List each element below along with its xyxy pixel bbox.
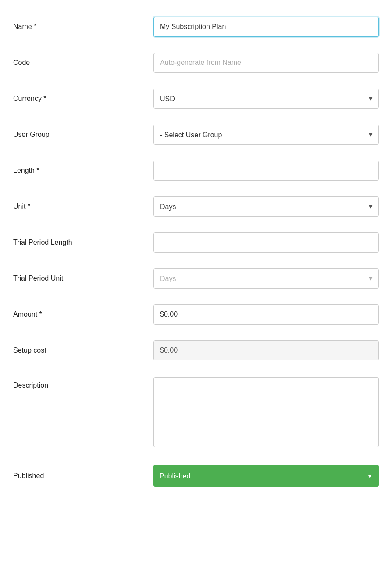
trial-period-unit-select-wrap: Days Weeks Months Years ▼: [153, 268, 379, 289]
user-group-row: User Group - Select User Group ▼: [13, 117, 379, 153]
trial-period-length-label: Trial Period Length: [13, 239, 153, 246]
published-select[interactable]: Published Unpublished: [153, 465, 379, 487]
unit-row: Unit * Days Weeks Months Years ▼: [13, 189, 379, 225]
unit-label: Unit *: [13, 203, 153, 211]
length-input[interactable]: [153, 161, 379, 181]
description-label: Description: [13, 377, 153, 389]
length-control-wrap: [153, 161, 379, 181]
amount-input[interactable]: [153, 304, 379, 325]
code-input[interactable]: [153, 53, 379, 73]
trial-period-length-input[interactable]: [153, 232, 379, 253]
setup-cost-label: Setup cost: [13, 346, 153, 354]
user-group-label: User Group: [13, 131, 153, 139]
trial-period-unit-row: Trial Period Unit Days Weeks Months Year…: [13, 261, 379, 296]
length-row: Length *: [13, 153, 379, 189]
currency-select[interactable]: USD EUR GBP: [153, 89, 379, 109]
code-row: Code: [13, 45, 379, 81]
description-textarea[interactable]: [153, 377, 379, 447]
description-control-wrap: [153, 377, 379, 449]
description-row: Description: [13, 368, 379, 457]
currency-select-wrap: USD EUR GBP ▼: [153, 89, 379, 109]
name-row: Name *: [13, 9, 379, 45]
unit-control-wrap: Days Weeks Months Years ▼: [153, 196, 379, 217]
amount-control-wrap: [153, 304, 379, 325]
unit-select[interactable]: Days Weeks Months Years: [153, 196, 379, 217]
code-label: Code: [13, 59, 153, 67]
trial-period-unit-select[interactable]: Days Weeks Months Years: [153, 268, 379, 289]
user-group-control-wrap: - Select User Group ▼: [153, 125, 379, 145]
trial-period-unit-label: Trial Period Unit: [13, 275, 153, 282]
trial-period-unit-control-wrap: Days Weeks Months Years ▼: [153, 268, 379, 289]
published-control-wrap: Published Unpublished ▼: [153, 465, 379, 487]
currency-row: Currency * USD EUR GBP ▼: [13, 81, 379, 117]
unit-select-wrap: Days Weeks Months Years ▼: [153, 196, 379, 217]
trial-period-length-row: Trial Period Length: [13, 225, 379, 261]
code-control-wrap: [153, 53, 379, 73]
amount-row: Amount *: [13, 296, 379, 332]
currency-control-wrap: USD EUR GBP ▼: [153, 89, 379, 109]
currency-label: Currency *: [13, 95, 153, 103]
length-label: Length *: [13, 167, 153, 175]
user-group-select[interactable]: - Select User Group: [153, 125, 379, 145]
published-label: Published: [13, 472, 153, 480]
trial-period-length-control-wrap: [153, 232, 379, 253]
setup-cost-control-wrap: [153, 340, 379, 360]
name-label: Name *: [13, 23, 153, 31]
setup-cost-row: Setup cost: [13, 332, 379, 368]
setup-cost-input[interactable]: [153, 340, 379, 360]
published-row: Published Published Unpublished ▼: [13, 457, 379, 495]
user-group-select-wrap: - Select User Group ▼: [153, 125, 379, 145]
name-input[interactable]: [153, 17, 379, 37]
published-select-wrap: Published Unpublished ▼: [153, 465, 379, 487]
name-control-wrap: [153, 17, 379, 37]
amount-label: Amount *: [13, 310, 153, 318]
